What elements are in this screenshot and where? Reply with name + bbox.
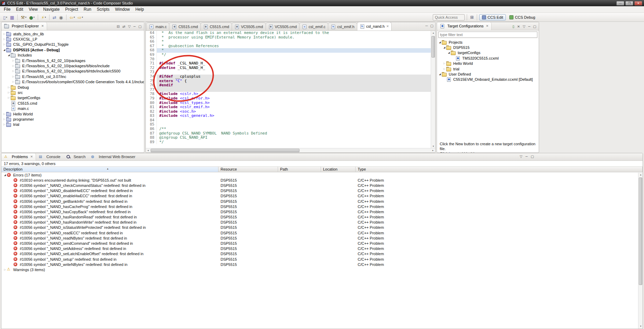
problem-row[interactable]: #10056 symbol "_NAND_checkCommandStatus"… [1, 183, 643, 188]
tree-item[interactable]: main.c [1, 106, 144, 111]
expand-arrow-icon[interactable]: ▷ [2, 123, 6, 126]
editor-tab-csl_nand.h[interactable]: csl_nand.h✕ [357, 22, 392, 31]
problem-row[interactable]: #10056 symbol "_NAND_setup" redefined: f… [1, 257, 643, 262]
column-header-type[interactable]: Type [356, 167, 643, 172]
menu-help[interactable]: Help [133, 6, 147, 12]
problem-group-row[interactable]: ▷Warnings (3 items) [1, 267, 643, 272]
maximize-window-button[interactable]: ❐ [625, 1, 633, 6]
maximize-icon[interactable]: ▢ [533, 25, 536, 28]
quick-access-input[interactable] [433, 14, 465, 20]
column-header-path[interactable]: Path [278, 167, 321, 172]
column-header-location[interactable]: Location [321, 167, 356, 172]
tree-item[interactable]: ▷programmer [1, 116, 144, 122]
tree-item[interactable]: ▷Hello World [437, 61, 539, 66]
collapse-arrow-icon[interactable]: ◢ [438, 73, 442, 76]
back-button[interactable]: ⇦▾ [68, 14, 76, 21]
problem-row[interactable]: #10056 symbol "_NAND_isStatusWriteProtec… [1, 225, 643, 230]
editor-tab-csl_emif.h[interactable]: csl_emif.h [328, 23, 357, 31]
collapse-arrow-icon[interactable]: ◢ [2, 49, 6, 51]
tab-internal-web-browser[interactable]: Internal Web Browser [88, 153, 138, 161]
close-view-ic[interactable]: ✕ [41, 24, 44, 28]
view-menu-icon[interactable]: ▽ [523, 25, 526, 28]
expand-arrow-icon[interactable]: ▷ [2, 38, 6, 41]
tree-item[interactable]: ◢Includes [1, 53, 144, 58]
flash-button[interactable]: ⚡▾ [40, 14, 47, 21]
scroll-down-icon[interactable]: ▾ [638, 324, 643, 329]
problem-row[interactable]: #10056 symbol "_NAND_sendCommand" redefi… [1, 241, 643, 246]
tree-item[interactable]: ▷Hello World [1, 111, 144, 116]
maximize-icon[interactable]: ▢ [531, 155, 534, 158]
collapse-arrow-icon[interactable]: ◢ [3, 174, 7, 176]
problem-row[interactable]: #10056 symbol "_NAND_disableHwECC" redef… [1, 188, 643, 193]
expand-arrow-icon[interactable]: ▷ [11, 64, 15, 67]
tree-item[interactable]: TMS320C5515.ccxml [437, 55, 539, 61]
editor-tab-main.c[interactable]: main.c [146, 23, 169, 31]
column-header-resource[interactable]: Resource [218, 167, 278, 172]
tree-item[interactable]: ◢Projects [437, 40, 539, 45]
problem-row[interactable]: #10056 symbol "_NAND_readECC" redefined:… [1, 230, 643, 235]
expand-arrow-icon[interactable]: ▷ [7, 96, 11, 99]
forward-button[interactable]: ⇨▾ [76, 14, 84, 21]
editor-tab-VC5505.cmd[interactable]: VC5505.cmd [266, 23, 300, 31]
link-resource-button[interactable]: ⇄ [51, 14, 58, 21]
tree-item[interactable]: C5515.cmd [1, 101, 144, 106]
tree-item[interactable]: ▷E:/Texas/ccsv6/tools/compiler/C5500 Cod… [1, 79, 144, 85]
tree-item[interactable]: ▷trial [1, 122, 144, 127]
open-perspective-icon[interactable]: ⊞ [469, 15, 475, 20]
close-view-icon[interactable]: ✕ [30, 155, 33, 158]
expand-arrow-icon[interactable]: ▷ [11, 70, 15, 72]
tab-problems[interactable]: Problems✕ [1, 153, 36, 161]
problem-row[interactable]: #10056 symbol "_NAND_hasCopyBack" redefi… [1, 209, 643, 214]
expand-arrow-icon[interactable]: ▷ [2, 118, 6, 121]
expand-arrow-icon[interactable]: ▷ [7, 86, 11, 89]
problem-row[interactable]: #10056 symbol "_NAND_setAddress" redefin… [1, 246, 643, 251]
scroll-left-icon[interactable]: ◂ [146, 148, 150, 153]
scrollbar-thumb[interactable] [639, 178, 642, 285]
menu-project[interactable]: Project [62, 6, 81, 12]
editor-tab-csl_emif.c[interactable]: csl_emif.c [299, 23, 328, 31]
expand-arrow-icon[interactable]: ▷ [7, 91, 11, 94]
menu-run[interactable]: Run [81, 6, 94, 12]
problem-row[interactable]: #10056 symbol "_NAND_hasCacheProg" redef… [1, 204, 643, 209]
menu-edit[interactable]: Edit [13, 6, 26, 12]
tree-item[interactable]: ▷atafs_bios_drv_lib [1, 31, 144, 36]
perspective-ccs-edit[interactable]: CCS Edit [479, 14, 506, 20]
minimize-icon[interactable]: ─ [526, 155, 528, 158]
problem-group-row[interactable]: ◢Errors (17 items) [1, 172, 643, 178]
tree-item[interactable]: ▷CSL_GPIO_OutputPin11_Toggle [1, 42, 144, 47]
tree-item[interactable]: ▷E:/Texas/bios_5_42_02_10/packages/ti/rt… [1, 69, 144, 74]
scrollbar-thumb[interactable] [431, 36, 435, 58]
problem-row[interactable]: #10056 symbol "_NAND_enableHwECC" redefi… [1, 193, 643, 199]
maximize-icon[interactable]: ▢ [430, 24, 433, 28]
scroll-right-icon[interactable]: ▸ [431, 148, 435, 153]
editor-tab-C5515.cmd[interactable]: C5515.cmd [200, 23, 232, 31]
tab-console[interactable]: Console [36, 153, 63, 161]
problem-row[interactable]: #10056 symbol "_NAND_hasRandomWrite" red… [1, 220, 643, 225]
expand-arrow-icon[interactable]: ▷ [11, 59, 15, 62]
open-element-button[interactable]: ◉ [58, 14, 64, 21]
expand-arrow-icon[interactable]: ▷ [11, 80, 15, 83]
editor-tab-VC5505.cmd[interactable]: VC5505.cmd [232, 23, 266, 31]
delete-icon[interactable]: ✕ [517, 25, 520, 28]
problem-row[interactable]: #10056 symbol "_NAND_readNBytes" redefin… [1, 235, 643, 241]
expand-arrow-icon[interactable]: ▷ [3, 268, 7, 271]
tree-item[interactable]: ▷E:/Texas/c55_csl_3.07/inc [1, 74, 144, 79]
build-button[interactable]: ⚒▾ [19, 14, 28, 21]
minimize-icon[interactable]: ─ [134, 25, 136, 28]
tree-item[interactable]: ▷C5XXCSL_LP [1, 36, 144, 42]
tab-search[interactable]: Search [63, 153, 88, 161]
scroll-up-icon[interactable]: ▴ [638, 173, 643, 177]
save-button[interactable]: ▦ [9, 14, 16, 21]
minimize-icon[interactable]: ─ [425, 24, 428, 28]
scrollbar-thumb[interactable] [151, 149, 299, 152]
close-window-button[interactable]: ✕ [634, 1, 642, 6]
tree-item[interactable]: ▷targetConfigs [1, 95, 144, 101]
tree-item[interactable]: ▷Debug [1, 85, 144, 90]
collapse-arrow-icon[interactable]: ◢ [7, 54, 11, 57]
tree-item[interactable]: C5515EVM_Onboard_Emulator.ccxml [Default… [437, 77, 539, 82]
filter-input[interactable] [438, 32, 537, 38]
tree-item[interactable]: ▷src [1, 90, 144, 95]
code-editor[interactable]: 64 * As the nand flash is an external me… [146, 31, 435, 149]
collapse-arrow-icon[interactable]: ◢ [442, 46, 446, 49]
perspective-ccs-debug[interactable]: CCS Debug [507, 14, 538, 20]
